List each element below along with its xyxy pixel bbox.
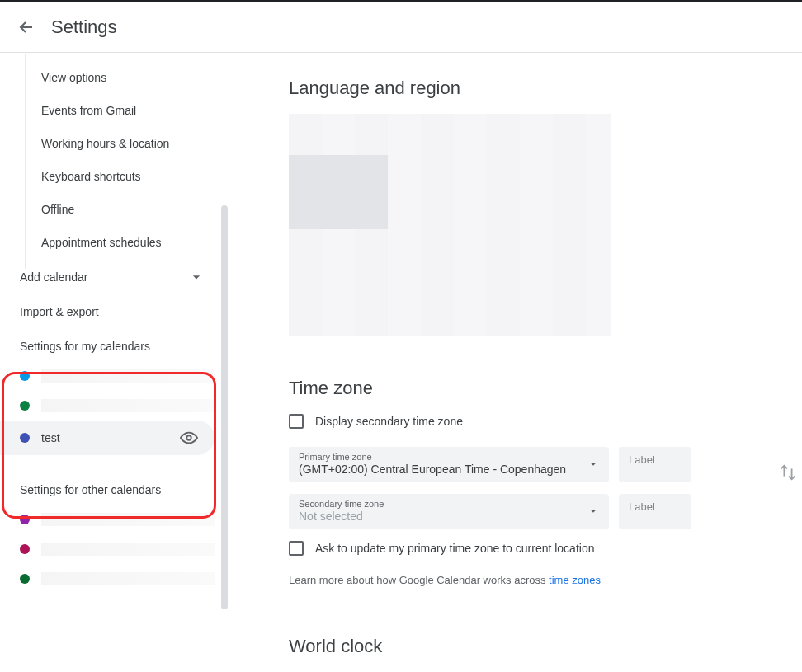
sidebar-item-keyboard-shortcuts[interactable]: Keyboard shortcuts xyxy=(0,160,231,193)
calendar-label-redacted xyxy=(41,369,215,383)
sidebar-item-add-calendar[interactable]: Add calendar xyxy=(0,259,231,295)
world-clock-title: World clock xyxy=(289,636,777,657)
label-placeholder: Label xyxy=(629,453,655,466)
ask-update-tz-row: Ask to update my primary time zone to cu… xyxy=(289,541,777,556)
ask-update-tz-label: Ask to update my primary time zone to cu… xyxy=(315,542,594,555)
calendar-label-redacted xyxy=(41,399,215,412)
language-region-title: Language and region xyxy=(289,78,777,99)
primary-tz-value: (GMT+02:00) Central European Time - Cope… xyxy=(299,463,599,476)
my-calendars-header: Settings for my calendars xyxy=(0,328,231,361)
sidebar-item-offline[interactable]: Offline xyxy=(0,193,231,226)
timezone-title: Time zone xyxy=(289,378,777,399)
sidebar-item-events-from-gmail[interactable]: Events from Gmail xyxy=(0,94,231,127)
caret-down-icon xyxy=(586,456,601,473)
primary-tz-label-input[interactable]: Label xyxy=(619,447,691,482)
settings-main: Language and region Time zone Display se… xyxy=(231,53,802,670)
sidebar-item-appointment-schedules[interactable]: Appointment schedules xyxy=(0,226,231,259)
page-title: Settings xyxy=(51,16,117,38)
calendar-color-dot xyxy=(20,544,30,554)
calendar-color-dot xyxy=(20,515,30,524)
ask-update-tz-checkbox[interactable] xyxy=(289,541,304,556)
calendar-label-redacted xyxy=(41,572,215,585)
add-calendar-label: Add calendar xyxy=(20,270,88,284)
display-secondary-tz-checkbox[interactable] xyxy=(289,414,304,429)
calendar-label-redacted xyxy=(41,513,215,526)
learn-more-prefix: Learn more about how Google Calendar wor… xyxy=(289,574,549,586)
calendar-color-dot xyxy=(20,401,30,411)
chevron-down-icon xyxy=(188,269,205,285)
sidebar-item-view-options[interactable]: View options xyxy=(0,61,231,94)
calendar-color-dot xyxy=(20,574,30,584)
my-calendar-item-test[interactable]: test xyxy=(0,421,215,455)
label-placeholder: Label xyxy=(629,500,655,513)
scrollbar-thumb[interactable] xyxy=(221,205,228,609)
calendar-label-redacted xyxy=(41,543,215,556)
time-zones-link[interactable]: time zones xyxy=(549,574,601,586)
settings-header: Settings xyxy=(0,2,802,53)
caret-down-icon xyxy=(586,503,601,520)
secondary-tz-value: Not selected xyxy=(299,510,599,523)
display-secondary-tz-label: Display secondary time zone xyxy=(315,415,463,428)
secondary-tz-small-label: Secondary time zone xyxy=(299,499,599,509)
calendar-label: test xyxy=(41,431,168,444)
learn-more-text: Learn more about how Google Calendar wor… xyxy=(289,574,777,586)
sidebar-item-import-export[interactable]: Import & export xyxy=(0,295,231,328)
svg-point-0 xyxy=(186,435,191,440)
settings-sidebar: View options Events from Gmail Working h… xyxy=(0,53,231,670)
back-arrow-icon[interactable] xyxy=(17,17,36,37)
other-calendars-header: Settings for other calendars xyxy=(0,472,231,505)
sidebar-item-working-hours[interactable]: Working hours & location xyxy=(0,127,231,160)
swap-timezones-icon[interactable] xyxy=(779,463,797,484)
other-calendar-item-2[interactable] xyxy=(0,534,231,564)
my-calendar-item-1[interactable] xyxy=(0,361,231,391)
calendar-color-dot xyxy=(20,371,30,381)
language-region-content-redacted xyxy=(289,114,611,336)
my-calendar-item-2[interactable] xyxy=(0,391,231,421)
secondary-tz-label-input[interactable]: Label xyxy=(619,494,691,529)
calendar-color-dot xyxy=(20,433,30,443)
secondary-timezone-select[interactable]: Secondary time zone Not selected xyxy=(289,494,609,529)
display-secondary-tz-row: Display secondary time zone xyxy=(289,414,777,429)
other-calendar-item-1[interactable] xyxy=(0,505,231,534)
primary-timezone-select[interactable]: Primary time zone (GMT+02:00) Central Eu… xyxy=(289,447,609,482)
other-calendar-item-3[interactable] xyxy=(0,564,231,594)
visibility-icon[interactable] xyxy=(180,429,198,447)
primary-tz-small-label: Primary time zone xyxy=(299,452,599,462)
